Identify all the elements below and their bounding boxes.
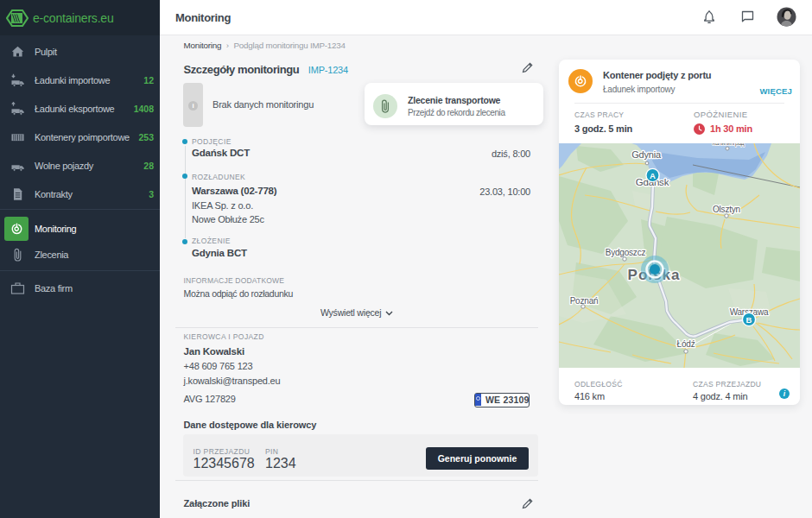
- svg-text:Olsztyn: Olsztyn: [713, 205, 740, 214]
- svg-text:B: B: [746, 315, 752, 325]
- svg-text:A: A: [650, 171, 656, 180]
- svg-text:Bydgoszcz: Bydgoszcz: [606, 248, 646, 257]
- svg-text:Poznań: Poznań: [570, 296, 599, 306]
- svg-text:Gdynia: Gdynia: [631, 149, 662, 160]
- svg-text:Łódź: Łódź: [677, 339, 695, 349]
